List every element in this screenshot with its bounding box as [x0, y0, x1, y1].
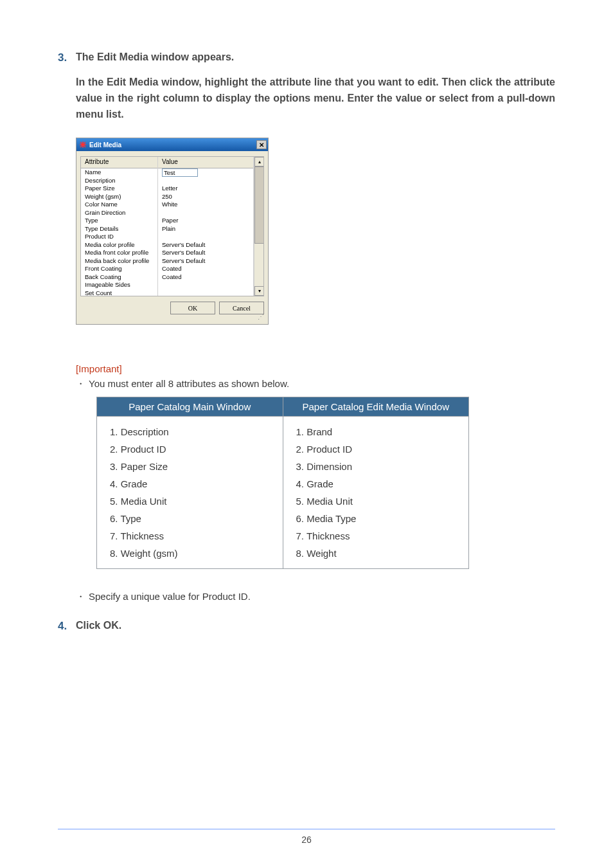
list-item: Brand	[296, 423, 460, 440]
attr-label: Media front color profile	[81, 249, 157, 257]
list-item: Weight	[296, 545, 460, 562]
attr-label: Media back color profile	[81, 257, 157, 266]
dialog-title: Edit Media	[89, 141, 121, 149]
attr-value[interactable]: Paper	[158, 217, 253, 225]
important-bullet-2: ・ Specify a unique value for Product ID.	[76, 591, 555, 603]
dialog-titlebar: Edit Media ✕	[76, 138, 268, 151]
scroll-thumb[interactable]	[254, 167, 264, 244]
footer-rule	[58, 829, 555, 829]
important-label: [Important]	[76, 363, 555, 374]
attr-label: Type Details	[81, 225, 157, 233]
edit-media-dialog: Edit Media ✕ Attribute NameDescriptionPa…	[76, 138, 269, 325]
scroll-down-button[interactable]: ▾	[254, 286, 264, 296]
attr-label: Front Coating	[81, 265, 157, 273]
attr-value[interactable]: Server's Default	[158, 257, 253, 266]
list-item: Media Unit	[296, 493, 460, 510]
attr-value[interactable]: White	[158, 201, 253, 209]
attr-label: Type	[81, 217, 157, 225]
name-field[interactable]	[162, 168, 198, 177]
attr-value[interactable]	[158, 233, 253, 241]
attr-label: Description	[81, 177, 157, 185]
table-header-edit: Paper Catalog Edit Media Window	[283, 397, 469, 417]
attr-value[interactable]	[158, 281, 253, 289]
attr-label: Weight (gsm)	[81, 193, 157, 201]
attr-value[interactable]: 250	[158, 193, 253, 201]
ok-button[interactable]: OK	[170, 302, 215, 314]
attr-label: Back Coating	[81, 273, 157, 282]
bullet-dot: ・	[76, 378, 89, 390]
list-item: Media Unit	[110, 493, 274, 510]
step-3-body: In the Edit Media window, highlight the …	[76, 75, 555, 122]
attr-value[interactable]: Letter	[158, 185, 253, 193]
attr-value[interactable]: Coated	[158, 273, 253, 282]
step-3-title: The Edit Media window appears.	[76, 51, 234, 63]
scroll-up-button[interactable]: ▴	[254, 157, 264, 167]
attr-label: Product ID	[81, 233, 157, 241]
attr-label: Grain Direction	[81, 209, 157, 217]
list-item: Product ID	[110, 440, 274, 458]
list-item: Grade	[296, 475, 460, 493]
attribute-comparison-table: Paper Catalog Main Window Paper Catalog …	[96, 397, 469, 569]
attr-value[interactable]	[158, 289, 253, 297]
important-bullet-1: ・ You must enter all 8 attributes as sho…	[76, 378, 555, 390]
col-header-value: Value	[158, 157, 253, 168]
attr-value[interactable]: Plain	[158, 225, 253, 233]
edit-media-dialog-screenshot: Edit Media ✕ Attribute NameDescriptionPa…	[76, 138, 555, 325]
important-bullet-1-text: You must enter all 8 attributes as shown…	[89, 378, 289, 389]
list-item: Thickness	[110, 527, 274, 545]
step-number: 4	[58, 620, 76, 633]
attr-value[interactable]: Server's Default	[158, 241, 253, 249]
step-3: 3 The Edit Media window appears.	[58, 51, 555, 64]
attr-label: Paper Size	[81, 185, 157, 193]
list-item: Paper Size	[110, 458, 274, 475]
attr-label: Name	[81, 168, 157, 177]
table-header-main: Paper Catalog Main Window	[97, 397, 283, 417]
list-item: Media Type	[296, 510, 460, 527]
list-item: Dimension	[296, 458, 460, 475]
attr-label: Media color profile	[81, 241, 157, 249]
step-4: 4 Click OK.	[58, 620, 555, 633]
close-icon: ✕	[259, 141, 264, 149]
list-item: Type	[110, 510, 274, 527]
attr-label: Color Name	[81, 201, 157, 209]
list-item: Product ID	[296, 440, 460, 458]
step-4-title: Click OK.	[76, 620, 121, 631]
close-button[interactable]: ✕	[256, 140, 267, 149]
cancel-button[interactable]: Cancel	[219, 302, 264, 314]
app-icon	[79, 141, 87, 149]
list-item: Thickness	[296, 527, 460, 545]
attr-label: Set Count	[81, 289, 157, 297]
list-item: Weight (gsm)	[110, 545, 274, 562]
bullet-dot: ・	[76, 591, 89, 603]
attribute-grid: Attribute NameDescriptionPaper SizeWeigh…	[80, 156, 264, 296]
attr-value[interactable]: Server's Default	[158, 249, 253, 257]
list-item: Description	[110, 423, 274, 440]
attr-value[interactable]	[158, 209, 253, 217]
attr-label: Imageable Sides	[81, 281, 157, 289]
page-number: 26	[0, 835, 613, 845]
attr-value[interactable]	[158, 177, 253, 185]
scrollbar[interactable]: ▴ ▾	[254, 157, 263, 296]
list-item: Grade	[110, 475, 274, 493]
attr-value[interactable]: Coated	[158, 265, 253, 273]
col-header-attribute: Attribute	[81, 157, 157, 168]
step-number: 3	[58, 51, 76, 64]
important-bullet-2-text: Specify a unique value for Product ID.	[89, 591, 251, 602]
